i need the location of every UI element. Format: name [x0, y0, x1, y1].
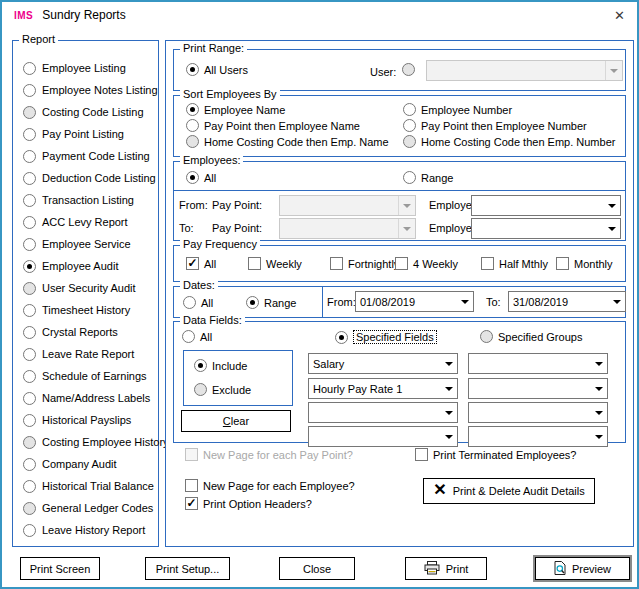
field-select-7[interactable] [468, 402, 608, 423]
radio-icon [403, 171, 416, 184]
report-option-timesheet-history[interactable]: Timesheet History [17, 299, 157, 321]
field-select-4[interactable] [308, 426, 458, 447]
report-option-costing-employee-history[interactable]: Costing Employee History [17, 431, 157, 453]
report-option-employee-listing[interactable]: Employee Listing [17, 57, 157, 79]
new-page-employee-checkbox[interactable]: New Page for each Employee? [185, 479, 355, 492]
dropdown-arrow-icon[interactable] [440, 403, 457, 422]
dropdown-arrow-icon[interactable] [590, 403, 607, 422]
user-radio[interactable] [402, 63, 415, 76]
sort-option-pay-point-then-employee-number[interactable]: Pay Point then Employee Number [403, 119, 587, 132]
user-select[interactable] [426, 60, 623, 81]
radio-icon [23, 414, 36, 427]
from-employee-select[interactable] [471, 195, 621, 216]
dropdown-arrow-icon[interactable] [603, 196, 620, 215]
report-option-employee-service[interactable]: Employee Service [17, 233, 157, 255]
dropdown-arrow-icon[interactable] [590, 427, 607, 446]
print-terminated-checkbox[interactable]: Print Terminated Employees? [415, 448, 576, 461]
report-option-employee-audit[interactable]: Employee Audit [17, 255, 157, 277]
radio-icon [23, 62, 36, 75]
print-option-headers-checkbox[interactable]: ✓Print Option Headers? [185, 497, 312, 510]
dropdown-arrow-icon[interactable] [456, 292, 473, 311]
report-option-name-address-labels[interactable]: Name/Address Labels [17, 387, 157, 409]
exclude-radio[interactable]: Exclude [194, 383, 251, 396]
radio-icon [186, 135, 199, 148]
report-option-historical-trial-balance[interactable]: Historical Trial Balance [17, 475, 157, 497]
specified-groups-radio[interactable]: Specified Groups [480, 330, 582, 343]
radio-icon [23, 436, 36, 449]
dropdown-arrow-icon[interactable] [603, 219, 620, 238]
print-screen-button[interactable]: Print Screen [20, 557, 100, 580]
field-select-2[interactable]: Hourly Pay Rate 1 [308, 378, 458, 399]
print-setup-button[interactable]: Print Setup... [145, 557, 230, 580]
field-select-6[interactable] [468, 378, 608, 399]
field-select-5[interactable] [468, 353, 608, 374]
radio-icon [480, 330, 493, 343]
close-button[interactable]: Close [279, 557, 355, 580]
pay-frequency-label: Pay Frequency [180, 238, 260, 251]
report-option-employee-notes-listing[interactable]: Employee Notes Listing [17, 79, 157, 101]
data-fields-all-radio[interactable]: All [182, 330, 212, 343]
report-option-leave-rate-report[interactable]: Leave Rate Report [17, 343, 157, 365]
report-option-crystal-reports[interactable]: Crystal Reports [17, 321, 157, 343]
payfreq-all-checkbox[interactable]: ✓All [186, 257, 216, 270]
dropdown-arrow-icon[interactable] [440, 354, 457, 373]
employees-range-radio[interactable]: Range [403, 171, 453, 184]
report-option-company-audit[interactable]: Company Audit [17, 453, 157, 475]
specified-fields-radio[interactable]: Specified Fields [335, 330, 437, 344]
title-bar: IMS Sundry Reports ✕ [2, 2, 637, 28]
sort-option-home-costing-code-then-emp-name[interactable]: Home Costing Code then Emp. Name [186, 135, 389, 148]
report-option-acc-levy-report[interactable]: ACC Levy Report [17, 211, 157, 233]
payfreq-weekly-checkbox[interactable]: Weekly [248, 257, 302, 270]
payfreq-4weekly-checkbox[interactable]: 4 Weekly [395, 257, 458, 270]
date-from-select[interactable]: 01/08/2019 [355, 291, 474, 312]
dropdown-arrow-icon[interactable] [590, 354, 607, 373]
dropdown-arrow-icon[interactable] [590, 379, 607, 398]
dates-from-label: From: [327, 296, 356, 308]
all-users-radio[interactable]: All Users [186, 63, 248, 76]
clear-button-label: Clear [223, 415, 249, 427]
sort-option-employee-number[interactable]: Employee Number [403, 103, 512, 116]
payfreq-monthly-checkbox[interactable]: Monthly [556, 257, 613, 270]
dates-range-radio[interactable]: Range [246, 296, 296, 309]
dropdown-arrow-icon[interactable] [440, 379, 457, 398]
report-option-transaction-listing[interactable]: Transaction Listing [17, 189, 157, 211]
sort-option-home-costing-code-then-emp-number[interactable]: Home Costing Code then Emp. Number [403, 135, 615, 148]
report-option-pay-point-listing[interactable]: Pay Point Listing [17, 123, 157, 145]
radio-icon [186, 171, 199, 184]
x-mark-icon: ✕ [433, 482, 446, 498]
report-option-historical-payslips[interactable]: Historical Payslips [17, 409, 157, 431]
from-pay-point-select[interactable] [279, 195, 416, 216]
employees-all-radio[interactable]: All [186, 171, 216, 184]
to-employee-select[interactable] [471, 218, 621, 239]
report-option-costing-code-listing[interactable]: Costing Code Listing [17, 101, 157, 123]
print-delete-audit-button[interactable]: ✕ Print & Delete Audit Details [423, 478, 595, 504]
sort-option-pay-point-then-employee-name[interactable]: Pay Point then Employee Name [186, 119, 360, 132]
dropdown-arrow-icon[interactable] [608, 292, 625, 311]
report-option-deduction-code-listing[interactable]: Deduction Code Listing [17, 167, 157, 189]
preview-button[interactable]: Preview [535, 557, 630, 580]
field-select-3[interactable] [308, 402, 458, 423]
report-option-general-ledger-codes[interactable]: General Ledger Codes [17, 497, 157, 519]
dates-all-radio[interactable]: All [183, 296, 213, 309]
report-option-user-security-audit[interactable]: User Security Audit [17, 277, 157, 299]
checkbox-icon [185, 448, 198, 461]
field-select-1[interactable]: Salary [308, 353, 458, 374]
to-pay-point-select[interactable] [279, 218, 416, 239]
radio-icon [403, 103, 416, 116]
payfreq-fortnightly-checkbox[interactable]: Fortnightly [330, 257, 399, 270]
radio-icon [403, 135, 416, 148]
field-select-8[interactable] [468, 426, 608, 447]
date-to-select[interactable]: 31/08/2019 [508, 291, 626, 312]
print-button[interactable]: Print [405, 557, 487, 580]
report-option-leave-history-report[interactable]: Leave History Report [17, 519, 157, 541]
include-radio[interactable]: Include [194, 359, 247, 372]
dropdown-arrow-icon[interactable] [440, 427, 457, 446]
payfreq-half-mthly-checkbox[interactable]: Half Mthly [481, 257, 548, 270]
report-option-payment-code-listing[interactable]: Payment Code Listing [17, 145, 157, 167]
employees-label: Employees: [180, 154, 243, 167]
clear-button[interactable]: Clear [181, 410, 291, 432]
radio-icon [182, 330, 195, 343]
close-icon[interactable]: ✕ [614, 8, 625, 23]
report-option-schedule-of-earnings[interactable]: Schedule of Earnings [17, 365, 157, 387]
sort-option-employee-name[interactable]: Employee Name [186, 103, 285, 116]
